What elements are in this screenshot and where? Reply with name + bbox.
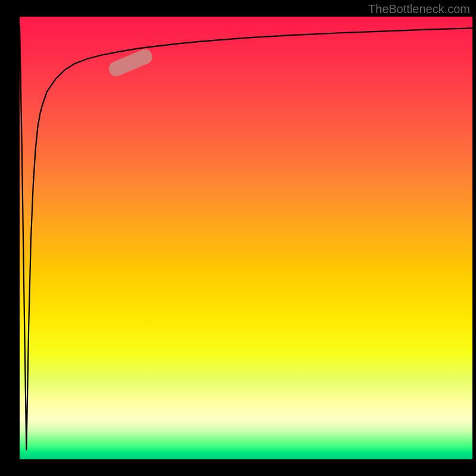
bottleneck-curve — [20, 26, 472, 450]
bottleneck-chart — [20, 17, 472, 459]
watermark-text: TheBottleneck.com — [368, 2, 470, 16]
